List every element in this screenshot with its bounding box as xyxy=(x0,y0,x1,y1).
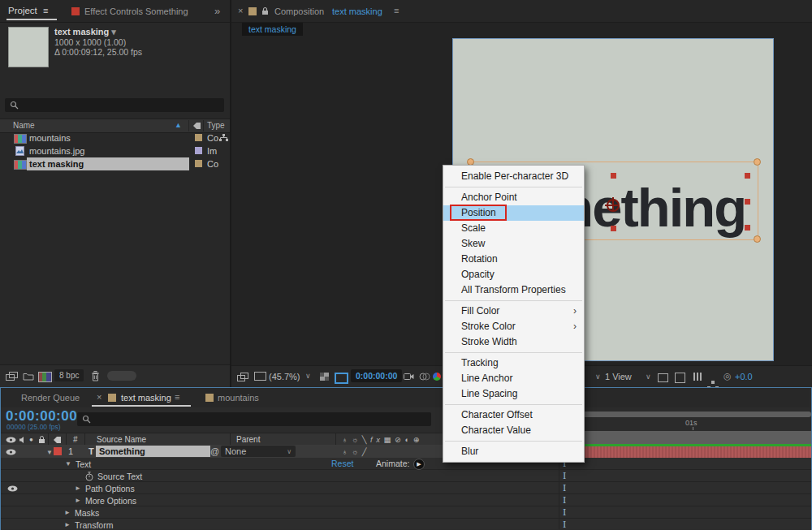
new-composition-icon[interactable] xyxy=(38,372,52,382)
column-type[interactable]: Type xyxy=(207,121,225,130)
in-point-marker[interactable]: I xyxy=(563,496,566,505)
project-row-mountains[interactable]: mountains Co xyxy=(0,131,230,144)
new-folder-icon[interactable] xyxy=(23,372,34,381)
prop-row-masks[interactable]: ► Masks xyxy=(1,506,559,519)
menu-item-anchor-point[interactable]: Anchor Point xyxy=(443,190,584,205)
menu-item-fill-color[interactable]: Fill Color› xyxy=(443,304,584,319)
viewer-timecode[interactable]: 0:00:00:00 xyxy=(351,369,402,382)
video-eye-icon[interactable] xyxy=(7,485,18,492)
grid-guides-icon[interactable] xyxy=(320,373,329,381)
menu-item-skew[interactable]: Skew xyxy=(443,236,584,252)
flowchart-view-icon[interactable] xyxy=(711,381,715,384)
motion-blur-icon[interactable]: ⊘ xyxy=(395,435,404,444)
region-of-interest-icon[interactable] xyxy=(335,373,348,384)
collapse-transformations-icon[interactable]: ☼ xyxy=(352,447,362,456)
collapse-group-icon[interactable]: ► xyxy=(64,509,71,516)
project-search-input[interactable] xyxy=(5,98,224,112)
close-tab-icon[interactable]: × xyxy=(97,392,102,402)
tab-project[interactable]: Project xyxy=(8,6,37,15)
channel-color-icon[interactable] xyxy=(433,373,441,381)
column-name[interactable]: Name xyxy=(13,121,35,130)
threed-layer-icon[interactable]: ⊕ xyxy=(413,435,423,444)
label-swatch[interactable] xyxy=(195,160,202,167)
timeline-panel-menu-icon[interactable]: ≡ xyxy=(175,392,179,402)
bbox-corner-handle[interactable] xyxy=(754,235,761,243)
adjustment-layer-icon[interactable]: ◐ xyxy=(404,435,412,444)
prop-row-path-options[interactable]: ► Path Options xyxy=(1,482,559,494)
audio-speaker-icon[interactable] xyxy=(19,436,27,444)
menu-item-character-value[interactable]: Character Value xyxy=(443,423,584,438)
exposure-aperture-icon[interactable]: ◎ xyxy=(723,371,732,381)
lock-icon[interactable] xyxy=(261,6,269,15)
video-eye-icon[interactable] xyxy=(6,437,16,443)
menu-item-stroke-width[interactable]: Stroke Width xyxy=(443,334,584,350)
quality-icon[interactable]: ╱ xyxy=(362,447,370,456)
prop-row-more-options[interactable]: ► More Options xyxy=(1,494,559,506)
pixel-aspect-icon[interactable] xyxy=(658,373,668,382)
sort-asc-icon[interactable]: ▲ xyxy=(175,121,182,129)
selection-handle[interactable] xyxy=(745,173,750,179)
label-column-tag-icon[interactable] xyxy=(53,436,62,444)
menu-item-all-transform-properties[interactable]: All Transform Properties xyxy=(443,282,584,298)
prop-row-transform[interactable]: ► Transform Reset xyxy=(1,519,559,530)
transform-reset-link[interactable]: Reset xyxy=(331,459,353,468)
close-tab-icon[interactable]: × xyxy=(238,6,243,15)
parent-pickwhip-icon[interactable]: @ xyxy=(210,446,219,456)
menu-item-opacity[interactable]: Opacity xyxy=(443,267,584,282)
collapse-transformations-icon[interactable]: ☼ xyxy=(352,435,362,444)
stopwatch-icon[interactable] xyxy=(85,472,93,481)
in-point-marker[interactable]: I xyxy=(563,484,566,493)
composition-panel-menu-icon[interactable]: ≡ xyxy=(394,6,399,15)
label-column-tag-icon[interactable] xyxy=(192,122,201,130)
viewer-tab-text-masking[interactable]: text masking xyxy=(242,23,303,36)
menu-item-blur[interactable]: Blur xyxy=(443,444,584,459)
layer-label-swatch[interactable] xyxy=(54,447,62,455)
selection-handle[interactable] xyxy=(745,199,750,205)
composition-panel-comp-name[interactable]: text masking xyxy=(332,6,382,16)
selection-handle[interactable] xyxy=(745,225,750,231)
menu-item-character-offset[interactable]: Character Offset xyxy=(443,407,584,423)
show-snapshot-icon[interactable] xyxy=(419,373,430,381)
project-panel-menu-icon[interactable]: ≡ xyxy=(43,6,48,15)
in-point-marker[interactable]: I xyxy=(563,508,566,517)
bbox-corner-handle[interactable] xyxy=(754,158,761,166)
frame-blend-icon[interactable]: ▦ xyxy=(383,435,394,444)
fast-previews-icon[interactable] xyxy=(675,373,685,383)
tab-mountains[interactable]: mountains xyxy=(218,393,259,403)
timeline-search-input[interactable] xyxy=(77,412,431,426)
tab-render-queue[interactable]: Render Queue xyxy=(21,393,80,403)
selection-handle[interactable] xyxy=(611,173,616,179)
snapshot-camera-icon[interactable] xyxy=(404,373,414,381)
menu-item-scale[interactable]: Scale xyxy=(443,221,584,236)
shy-icon[interactable]: ♁ xyxy=(342,435,352,444)
chevron-down-icon[interactable]: ∨ xyxy=(646,373,651,381)
anchor-point-crosshair[interactable] xyxy=(607,199,620,212)
chevron-down-icon[interactable]: ∨ xyxy=(595,373,601,381)
fx-icon[interactable]: fx xyxy=(370,435,383,444)
primary-viewer-icon[interactable] xyxy=(254,372,266,381)
menu-item-tracking[interactable]: Tracking xyxy=(443,355,584,371)
view-layout-dropdown[interactable]: 1 View xyxy=(605,372,632,381)
bit-depth-button[interactable]: 8 bpc xyxy=(54,369,84,381)
current-timecode[interactable]: 0:00:00:00 xyxy=(6,408,77,424)
expand-layer-icon[interactable]: ▼ xyxy=(46,449,53,456)
menu-item-enable-per-character-3d[interactable]: Enable Per-character 3D xyxy=(443,169,584,184)
project-row-text-masking[interactable]: text masking Co xyxy=(0,157,230,170)
column-source-name[interactable]: Source Name xyxy=(97,435,146,444)
menu-item-line-anchor[interactable]: Line Anchor xyxy=(443,371,584,386)
timeline-graph-icon[interactable] xyxy=(693,373,702,381)
label-swatch[interactable] xyxy=(195,147,202,154)
magnification-dropdown[interactable]: (45.7%) xyxy=(269,372,300,381)
selection-handle[interactable] xyxy=(611,226,616,231)
menu-item-stroke-color[interactable]: Stroke Color› xyxy=(443,319,584,334)
animate-menu-button[interactable]: ▶ xyxy=(413,459,425,470)
project-row-mountains-jpg[interactable]: mountains.jpg Im xyxy=(0,144,230,157)
panel-resize-pill[interactable] xyxy=(107,371,136,381)
column-parent[interactable]: Parent xyxy=(236,435,260,444)
layer-duration-bar[interactable] xyxy=(568,446,811,458)
collapse-group-icon[interactable]: ► xyxy=(75,497,81,504)
menu-item-position[interactable]: Position xyxy=(443,205,584,221)
collapse-group-icon[interactable]: ▼ xyxy=(65,460,71,468)
shy-icon[interactable]: ♁ xyxy=(342,447,352,456)
collapse-group-icon[interactable]: ► xyxy=(75,485,81,492)
